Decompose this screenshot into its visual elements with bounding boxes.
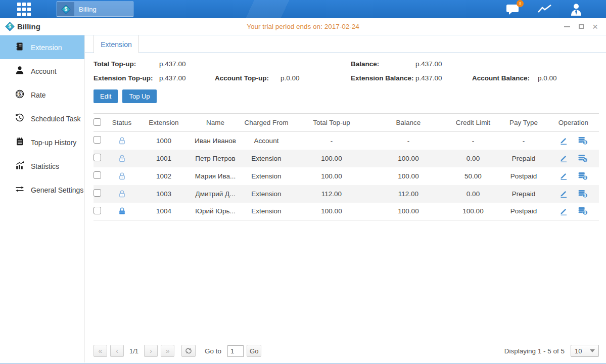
cell-name: Иван Иванов	[191, 132, 240, 150]
reports-chart-icon[interactable]	[538, 4, 551, 15]
sidebar-item-rate[interactable]: $ Rate	[0, 83, 84, 107]
displaying-text: Displaying 1 - 5 of 5	[504, 347, 565, 355]
next-page-button[interactable]: ›	[144, 345, 158, 357]
row-checkbox[interactable]	[94, 154, 101, 161]
topup-button[interactable]: Top Up	[122, 89, 156, 103]
minimize-button[interactable]	[563, 23, 571, 30]
prev-page-button[interactable]: ‹	[110, 345, 124, 357]
billing-diamond-icon: $	[5, 22, 14, 31]
messages-icon[interactable]: !	[506, 4, 520, 15]
tab-extension[interactable]: Extension	[94, 35, 139, 53]
cell-pay-type: -	[499, 132, 548, 150]
cell-extension: 1002	[136, 167, 191, 185]
first-page-button[interactable]: «	[94, 345, 107, 357]
row-checkbox[interactable]	[94, 207, 101, 214]
apps-grid-icon[interactable]	[17, 3, 31, 16]
edit-row-icon[interactable]	[559, 136, 568, 145]
table-row: 1004 Юрий Юрь... Extension 100.00 100.00…	[94, 203, 599, 220]
user-icon[interactable]	[570, 3, 583, 16]
row-checkbox[interactable]	[94, 136, 101, 144]
account-balance-label: Account Balance:	[472, 74, 538, 82]
svg-text:$: $	[584, 158, 586, 162]
topup-row-icon[interactable]: $	[578, 190, 588, 198]
svg-text:$: $	[18, 92, 21, 97]
sidebar-item-scheduled-task[interactable]: Scheduled Task	[0, 107, 84, 130]
sidebar-item-general-settings[interactable]: General Settings	[0, 178, 84, 202]
sidebar-item-account[interactable]: Account	[0, 59, 84, 83]
account-balance-value: p.0.00	[538, 74, 599, 82]
col-pay-type: Pay Type	[499, 114, 548, 132]
cell-extension: 1000	[136, 132, 191, 150]
lock-open-icon	[118, 190, 126, 198]
cell-credit-limit: 100.00	[447, 203, 499, 220]
cell-credit-limit: 50.00	[447, 167, 499, 185]
taskbar: $ Billing !	[0, 0, 606, 18]
cell-charged-from: Extension	[240, 185, 293, 203]
go-button[interactable]: Go	[247, 345, 261, 357]
sidebar-item-label: Top-up History	[31, 139, 76, 147]
close-button[interactable]: ×	[591, 23, 599, 30]
cell-name: Дмитрий Д...	[191, 185, 240, 203]
cell-charged-from: Extension	[240, 167, 293, 185]
svg-text:$: $	[584, 141, 586, 145]
balance-value: p.437.00	[415, 60, 472, 68]
sidebar-item-topup-history[interactable]: Top-up History	[0, 130, 84, 154]
cell-charged-from: Extension	[240, 150, 293, 167]
taskbar-tab-label: Billing	[79, 6, 97, 13]
lock-open-icon	[118, 172, 126, 180]
topup-row-icon[interactable]: $	[578, 207, 588, 215]
lock-open-icon	[118, 154, 126, 163]
window-titlebar: $ Billing Your trial period ends on: 201…	[0, 18, 606, 35]
cell-balance: 100.00	[370, 203, 447, 220]
row-checkbox[interactable]	[94, 189, 101, 197]
cell-total-topup: 112.00	[293, 185, 370, 203]
billing-diamond-icon: $	[57, 2, 74, 16]
sidebar-item-extension[interactable]: Extension	[0, 35, 84, 59]
lock-closed-icon	[118, 207, 126, 215]
cell-balance: 100.00	[370, 167, 447, 185]
address-book-icon	[15, 42, 24, 53]
dollar-circle-icon: $	[15, 89, 24, 100]
edit-button[interactable]: Edit	[94, 89, 118, 103]
row-checkbox[interactable]	[94, 171, 101, 179]
sidebar-item-label: Account	[31, 67, 57, 75]
col-operation: Operation	[548, 114, 599, 132]
topup-row-icon[interactable]: $	[578, 136, 588, 145]
svg-text:$: $	[584, 176, 586, 180]
svg-text:$: $	[584, 194, 586, 198]
refresh-button[interactable]	[181, 345, 196, 357]
taskbar-billing-tab[interactable]: $ Billing	[57, 2, 133, 17]
maximize-button[interactable]	[577, 23, 585, 30]
sidebar-item-label: Extension	[31, 43, 62, 52]
extension-topup-value: p.437.00	[159, 74, 215, 82]
topup-row-icon[interactable]: $	[578, 172, 588, 180]
page-indicator: 1/1	[129, 347, 138, 355]
edit-row-icon[interactable]	[559, 207, 568, 216]
sidebar-item-label: Scheduled Task	[31, 115, 81, 123]
topup-row-icon[interactable]: $	[578, 154, 588, 163]
cell-credit-limit: 0.00	[447, 185, 499, 203]
col-charged-from: Charged From	[240, 114, 293, 132]
select-all-checkbox[interactable]	[94, 118, 101, 126]
notebook-icon	[15, 137, 24, 148]
balance-label: Balance:	[351, 60, 415, 68]
edit-row-icon[interactable]	[559, 189, 568, 198]
page-size-select[interactable]: 10	[571, 345, 599, 357]
goto-page-input[interactable]	[227, 345, 244, 357]
col-status: Status	[107, 114, 136, 132]
last-page-button[interactable]: »	[161, 345, 174, 357]
account-topup-label: Account Top-up:	[215, 74, 281, 82]
edit-row-icon[interactable]	[559, 154, 568, 163]
sidebar-item-statistics[interactable]: Statistics	[0, 154, 84, 178]
cell-extension: 1001	[136, 150, 191, 167]
cell-credit-limit: -	[447, 132, 499, 150]
sidebar: Extension Account $ Rate Scheduled Task …	[0, 35, 85, 362]
extensions-table: Status Extension Name Charged From Total…	[94, 113, 599, 220]
bar-chart-icon	[15, 161, 24, 171]
col-name: Name	[191, 114, 240, 132]
svg-text:$: $	[584, 211, 586, 215]
edit-row-icon[interactable]	[559, 171, 568, 180]
table-row: 1002 Мария Ива... Extension 100.00 100.0…	[94, 167, 599, 185]
notification-badge: !	[517, 0, 524, 7]
cell-total-topup: -	[293, 132, 370, 150]
